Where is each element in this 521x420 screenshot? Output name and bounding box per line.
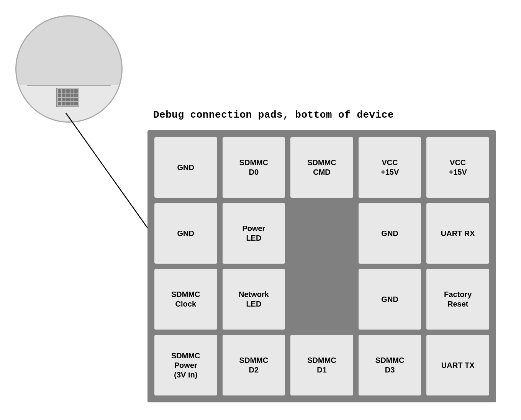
pcb-dot [70, 94, 74, 97]
pcb-dot [62, 94, 66, 97]
pcb-dot [70, 102, 74, 105]
pin-cell-r1-c4: UART RX [426, 203, 489, 264]
pin-cell-r3-c4: UART TX [426, 335, 489, 395]
pcb-dot [74, 94, 78, 97]
pin-grid: GNDSDMMC D0SDMMC CMDVCC +15VVCC +15VGNDP… [154, 137, 489, 395]
pin-cell-r2-c1: Network LED [223, 269, 285, 330]
pcb-dot [74, 98, 78, 101]
pin-cell-r3-c0: SDMMC Power (3V in) [154, 335, 217, 395]
page-container: Debug connection pads, bottom of device … [0, 0, 521, 420]
pin-grid-container: GNDSDMMC D0SDMMC CMDVCC +15VVCC +15VGNDP… [147, 130, 496, 402]
pcb-dot [58, 98, 61, 101]
pcb-dot [58, 102, 61, 105]
pcb-dot [58, 94, 61, 97]
pin-cell-r0-c1: SDMMC D0 [223, 137, 285, 198]
circle-divider-line [27, 85, 111, 86]
pcb-dot [58, 89, 61, 93]
pin-cell-r1-c3: GND [359, 203, 421, 264]
pin-cell-r2-c3: GND [359, 269, 421, 330]
pin-cell-r0-c0: GND [154, 137, 217, 198]
pcb-dot [66, 102, 70, 105]
pcb-dot [62, 102, 66, 105]
pin-cell-r3-c3: SDMMC D3 [359, 335, 421, 395]
pin-cell-r3-c1: SDMMC D2 [223, 335, 285, 395]
pin-cell-r2-c0: SDMMC Clock [154, 269, 217, 330]
circle-diagram [15, 15, 123, 123]
device-circle [15, 15, 123, 123]
pcb-dot [62, 89, 66, 93]
page-title: Debug connection pads, bottom of device [153, 109, 394, 121]
pcb-dot [74, 102, 78, 105]
pin-cell-r1-c1: Power LED [223, 203, 285, 264]
pin-cell-r0-c3: VCC +15V [359, 137, 421, 198]
pin-cell-r0-c4: VCC +15V [426, 137, 489, 198]
pcb-dot [70, 98, 74, 101]
pin-cell-r3-c2: SDMMC D1 [290, 335, 353, 395]
pcb-dot [70, 89, 74, 93]
pin-cell-r1-c2 [290, 203, 353, 264]
pin-cell-r2-c4: Factory Reset [426, 269, 489, 330]
pcb-dot [66, 98, 70, 101]
pcb-dot [62, 98, 66, 101]
pin-cell-r2-c2 [290, 269, 353, 330]
pin-cell-r0-c2: SDMMC CMD [290, 137, 353, 198]
pcb-dot [74, 89, 78, 93]
pcb-chip [56, 88, 79, 107]
pin-cell-r1-c0: GND [154, 203, 217, 264]
pcb-dot [66, 94, 70, 97]
pcb-dot [66, 89, 70, 93]
